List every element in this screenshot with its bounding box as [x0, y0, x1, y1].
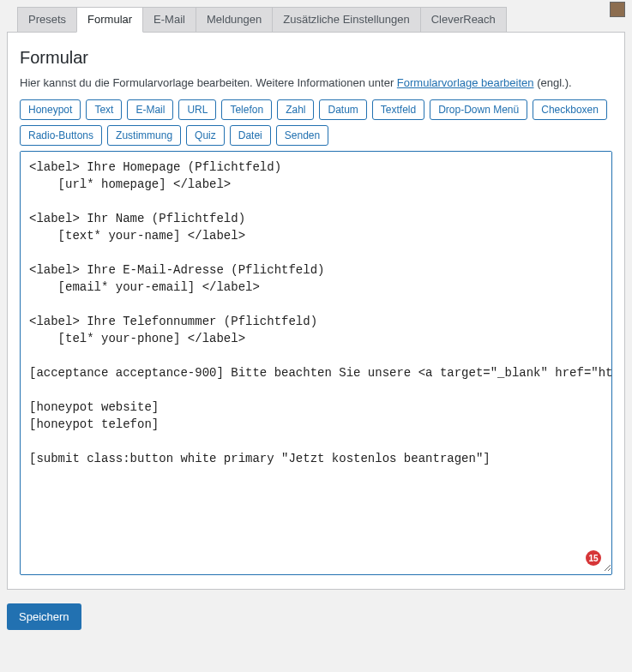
tab-cleverreach[interactable]: CleverReach [420, 7, 507, 33]
tag-quiz[interactable]: Quiz [186, 125, 225, 146]
doc-link[interactable]: Formularvorlage bearbeiten [397, 76, 534, 89]
panel-description: Hier kannst du die Formularvorlage bearb… [20, 76, 612, 89]
tag-telefon[interactable]: Telefon [221, 99, 272, 120]
tab-meldungen[interactable]: Meldungen [196, 7, 273, 33]
tag-row-2: Radio-Buttons Zustimmung Quiz Datei Send… [20, 125, 612, 146]
form-template-textarea[interactable] [21, 152, 611, 572]
tag-datum[interactable]: Datum [319, 99, 366, 120]
tag-radio-buttons[interactable]: Radio-Buttons [20, 125, 102, 146]
tag-zustimmung[interactable]: Zustimmung [107, 125, 181, 146]
tag-datei[interactable]: Datei [230, 125, 271, 146]
tab-bar: Presets Formular E-Mail Meldungen Zusätz… [0, 0, 632, 33]
tab-email[interactable]: E-Mail [142, 7, 196, 33]
tag-zahl[interactable]: Zahl [277, 99, 314, 120]
action-row: Speichern [0, 590, 632, 644]
tag-honeypot[interactable]: Honeypot [20, 99, 81, 120]
tag-textfeld[interactable]: Textfeld [372, 99, 424, 120]
avatar[interactable] [610, 2, 625, 17]
save-button[interactable]: Speichern [7, 603, 81, 630]
tag-senden[interactable]: Senden [276, 125, 328, 146]
panel-heading: Formular [20, 48, 612, 68]
formular-panel: Formular Hier kannst du die Formularvorl… [7, 32, 625, 590]
tag-url[interactable]: URL [178, 99, 216, 120]
tag-email[interactable]: E-Mail [127, 99, 173, 120]
tab-presets[interactable]: Presets [17, 7, 77, 33]
form-editor: 15 [20, 151, 612, 575]
tab-formular[interactable]: Formular [76, 7, 143, 33]
panel-description-post: (engl.). [534, 76, 572, 89]
tag-checkboxen[interactable]: Checkboxen [533, 99, 607, 120]
tag-dropdown[interactable]: Drop-Down Menü [430, 99, 527, 120]
panel-description-pre: Hier kannst du die Formularvorlage bearb… [20, 76, 397, 89]
tag-text[interactable]: Text [86, 99, 122, 120]
tab-zusaetzliche-einstellungen[interactable]: Zusätzliche Einstellungen [272, 7, 420, 33]
tag-row-1: Honeypot Text E-Mail URL Telefon Zahl Da… [20, 99, 612, 120]
